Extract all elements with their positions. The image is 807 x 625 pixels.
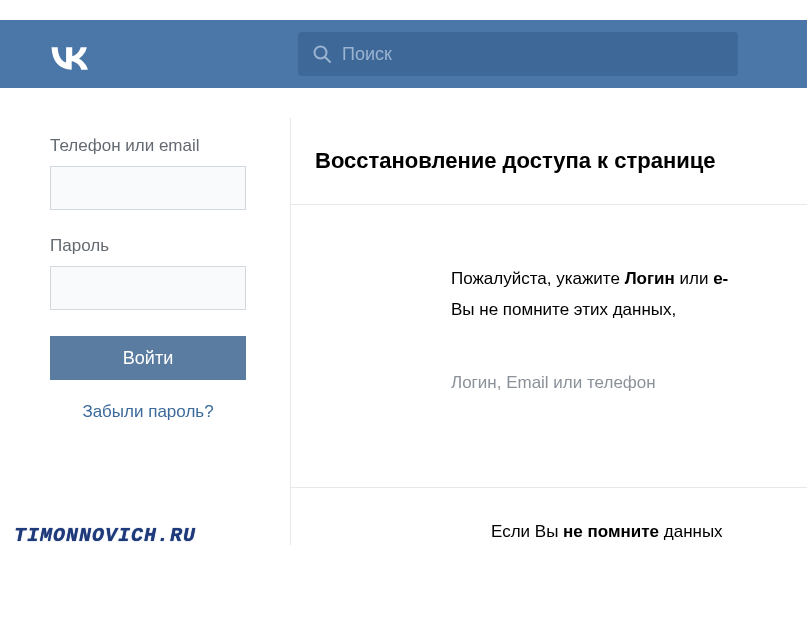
recovery-footer: Если Вы не помните данных bbox=[451, 518, 807, 545]
vk-logo-icon bbox=[42, 37, 98, 71]
svg-line-1 bbox=[326, 58, 331, 63]
phone-email-label: Телефон или email bbox=[50, 136, 246, 156]
recovery-hint-line1: Пожалуйста, укажите Логин или e- bbox=[451, 265, 807, 292]
hint-mid: или bbox=[675, 269, 713, 288]
recovery-header: Восстановление доступа к странице bbox=[291, 118, 807, 205]
forgot-password-link[interactable]: Забыли пароль? bbox=[50, 402, 246, 422]
search-icon bbox=[312, 44, 332, 64]
password-label: Пароль bbox=[50, 236, 246, 256]
recovery-hint-line2: Вы не помните этих данных, bbox=[451, 296, 807, 323]
footer-suffix: данных bbox=[659, 522, 723, 541]
watermark: TIMONNOVICH.RU bbox=[14, 524, 196, 547]
hint-bold-email: e- bbox=[713, 269, 728, 288]
recovery-panel: Восстановление доступа к странице Пожалу… bbox=[290, 118, 807, 545]
login-sidebar: Телефон или email Пароль Войти Забыли па… bbox=[30, 118, 266, 545]
footer-prefix: Если Вы bbox=[491, 522, 563, 541]
svg-point-0 bbox=[315, 47, 327, 59]
recovery-input-placeholder[interactable]: Логин, Email или телефон bbox=[451, 369, 807, 396]
hint-prefix: Пожалуйста, укажите bbox=[451, 269, 625, 288]
phone-email-input[interactable] bbox=[50, 166, 246, 210]
separator bbox=[291, 487, 807, 488]
search-placeholder: Поиск bbox=[342, 44, 392, 65]
vk-logo[interactable] bbox=[42, 37, 98, 71]
recovery-title: Восстановление доступа к странице bbox=[315, 148, 783, 174]
password-input[interactable] bbox=[50, 266, 246, 310]
top-header: Поиск bbox=[0, 20, 807, 88]
login-button[interactable]: Войти bbox=[50, 336, 246, 380]
recovery-body: Пожалуйста, укажите Логин или e- Вы не п… bbox=[291, 205, 807, 545]
search-box[interactable]: Поиск bbox=[298, 32, 738, 76]
hint-bold-login: Логин bbox=[625, 269, 675, 288]
footer-bold: не помните bbox=[563, 522, 659, 541]
content-area: Телефон или email Пароль Войти Забыли па… bbox=[0, 88, 807, 545]
